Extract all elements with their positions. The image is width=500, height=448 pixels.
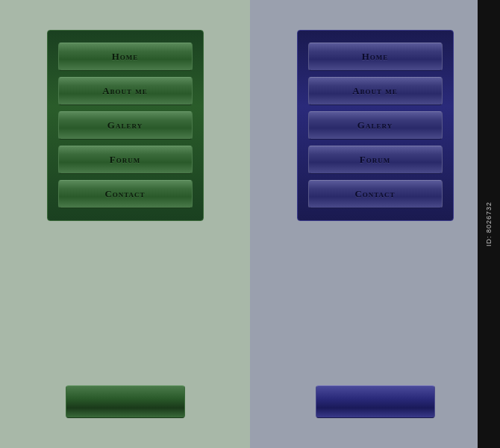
green-bottom-button[interactable] xyxy=(66,385,185,418)
green-home-button[interactable]: Home xyxy=(58,43,193,71)
blue-galery-button[interactable]: Galery xyxy=(308,111,443,140)
green-menu-box: Home About me Galery Forum Contact xyxy=(47,30,204,221)
watermark-text: ID: 8026732 xyxy=(485,202,493,246)
watermark: ID: 8026732 xyxy=(478,0,500,448)
blue-home-button[interactable]: Home xyxy=(308,43,443,71)
green-panel: Home About me Galery Forum Contact xyxy=(0,0,250,448)
blue-menu-box: Home About me Galery Forum Contact xyxy=(297,30,454,221)
green-forum-button[interactable]: Forum xyxy=(58,146,193,174)
blue-bottom-button[interactable] xyxy=(316,385,435,418)
blue-about-button[interactable]: About me xyxy=(308,77,443,105)
green-contact-button[interactable]: Contact xyxy=(58,180,193,208)
green-about-button[interactable]: About me xyxy=(58,77,193,105)
blue-forum-button[interactable]: Forum xyxy=(308,146,443,174)
green-galery-button[interactable]: Galery xyxy=(58,111,193,140)
blue-contact-button[interactable]: Contact xyxy=(308,180,443,208)
blue-panel: Home About me Galery Forum Contact xyxy=(250,0,500,448)
